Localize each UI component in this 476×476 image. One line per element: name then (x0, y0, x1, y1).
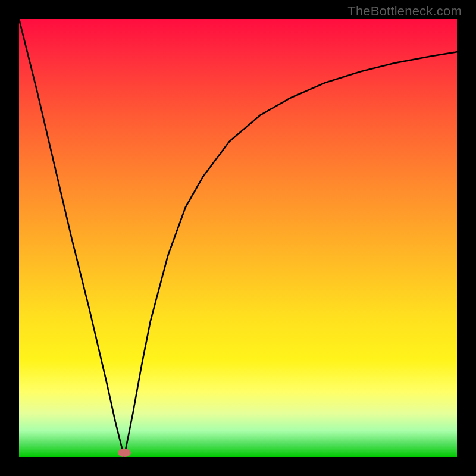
chart-frame: TheBottleneck.com (0, 0, 476, 476)
plot-area (19, 19, 457, 457)
bottleneck-curve (19, 19, 457, 457)
optimal-point-marker (118, 449, 131, 457)
attribution-text: TheBottleneck.com (347, 4, 462, 19)
